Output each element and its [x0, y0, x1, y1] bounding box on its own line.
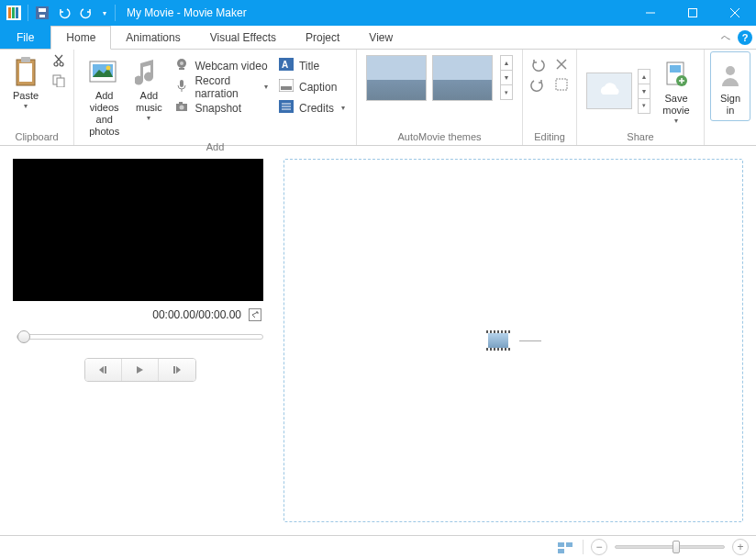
svg-rect-19 — [57, 78, 64, 87]
svg-rect-26 — [179, 68, 184, 70]
credits-button[interactable]: Credits▾ — [275, 97, 349, 118]
tab-animations[interactable]: Animations — [111, 26, 195, 49]
delete-icon[interactable] — [554, 57, 569, 72]
ribbon-tabs: File Home Animations Visual Effects Proj… — [0, 26, 756, 50]
add-music-button[interactable]: Add music ▾ — [128, 51, 169, 124]
separator — [583, 540, 584, 554]
fullscreen-icon[interactable] — [249, 308, 261, 321]
close-button[interactable] — [714, 0, 756, 26]
svg-rect-31 — [179, 102, 183, 104]
webcam-icon — [174, 57, 189, 74]
separator — [28, 5, 28, 21]
svg-marker-49 — [137, 366, 143, 374]
sign-in-button[interactable]: Sign in — [710, 51, 750, 121]
collapse-ribbon-icon[interactable]: へ — [721, 31, 730, 44]
svg-point-46 — [726, 66, 735, 75]
gallery-down-icon[interactable]: ▼ — [500, 70, 513, 85]
storyboard-placeholder — [486, 330, 541, 351]
save-icon[interactable] — [32, 3, 52, 23]
time-current: 00:00.00 — [152, 308, 195, 321]
app-logo-icon[interactable] — [4, 3, 24, 23]
zoom-slider[interactable] — [615, 545, 725, 549]
theme-thumb-2[interactable] — [432, 55, 493, 101]
share-down-icon[interactable]: ▼ — [638, 84, 650, 99]
zoom-thumb[interactable] — [673, 541, 680, 553]
redo-icon[interactable] — [76, 3, 96, 23]
storyboard-dropzone[interactable] — [284, 159, 743, 522]
save-movie-label: Save movie — [662, 93, 689, 117]
undo-icon[interactable] — [54, 3, 74, 23]
photo-icon — [88, 53, 121, 90]
maximize-button[interactable] — [672, 0, 714, 26]
group-label-clipboard: Clipboard — [6, 129, 68, 145]
svg-rect-52 — [558, 542, 564, 547]
title-bar: ▾ My Movie - Movie Maker — [0, 0, 756, 26]
window-controls — [629, 0, 756, 26]
preview-pane: 00:00.00/00:00.00 — [0, 146, 280, 535]
record-narration-button[interactable]: Record narration▾ — [171, 76, 272, 97]
person-icon — [718, 56, 742, 93]
gallery-up-icon[interactable]: ▲ — [500, 55, 513, 71]
gallery-more-icon[interactable]: ▾ — [500, 84, 513, 100]
caption-button[interactable]: Caption — [275, 76, 349, 97]
svg-marker-51 — [176, 366, 181, 374]
seek-thumb[interactable] — [17, 330, 30, 343]
music-note-icon — [135, 53, 162, 90]
snapshot-label: Snapshot — [195, 102, 241, 115]
svg-line-16 — [56, 55, 62, 62]
copy-icon[interactable] — [50, 72, 68, 90]
tab-project[interactable]: Project — [291, 26, 354, 49]
group-label-signin — [710, 129, 750, 145]
add-music-label: Add music — [136, 90, 162, 114]
camera-icon — [174, 99, 189, 117]
next-frame-button[interactable] — [159, 359, 195, 381]
paste-button[interactable]: Paste ▾ — [6, 51, 46, 112]
rotate-right-icon[interactable] — [530, 77, 545, 92]
svg-rect-1 — [8, 7, 11, 18]
seek-slider[interactable] — [17, 334, 263, 340]
filmstrip-icon — [486, 330, 510, 351]
microphone-icon — [174, 78, 189, 95]
thumbnails-view-icon[interactable] — [557, 540, 575, 554]
title-button[interactable]: ATitle — [275, 55, 349, 76]
video-preview[interactable] — [13, 159, 263, 301]
help-icon[interactable]: ? — [738, 30, 752, 45]
cut-icon[interactable] — [50, 51, 68, 70]
tab-file[interactable]: File — [0, 26, 50, 49]
group-label-share: Share — [583, 129, 698, 145]
svg-point-30 — [180, 106, 184, 110]
snapshot-button[interactable]: Snapshot — [171, 97, 272, 118]
rotate-left-icon[interactable] — [530, 57, 545, 72]
group-editing: Editing — [523, 50, 577, 145]
zoom-out-button[interactable]: − — [591, 539, 607, 555]
theme-thumb-1[interactable] — [366, 55, 427, 101]
credits-block-icon — [279, 100, 294, 116]
save-movie-button[interactable]: Save movie ▾ — [654, 54, 698, 127]
svg-rect-48 — [105, 366, 106, 374]
svg-rect-50 — [173, 366, 175, 374]
svg-point-25 — [180, 61, 183, 65]
minimize-button[interactable] — [629, 0, 672, 26]
prev-frame-button[interactable] — [85, 359, 122, 381]
select-all-icon[interactable] — [554, 77, 569, 92]
tab-view[interactable]: View — [354, 26, 407, 49]
gallery-scroller: ▲ ▼ ▾ — [500, 55, 513, 99]
svg-rect-44 — [670, 65, 681, 73]
title-label: Title — [299, 60, 319, 73]
svg-point-14 — [54, 62, 58, 66]
svg-point-23 — [106, 66, 110, 71]
share-gallery-scroller: ▲ ▼ ▾ — [638, 69, 650, 113]
share-up-icon[interactable]: ▲ — [638, 69, 650, 84]
timeline-pane — [280, 146, 756, 535]
play-button[interactable] — [122, 359, 159, 381]
time-display: 00:00.00/00:00.00 — [152, 308, 241, 321]
tab-home[interactable]: Home — [50, 26, 111, 50]
share-more-icon[interactable]: ▾ — [638, 98, 650, 114]
customize-qat-icon[interactable]: ▾ — [98, 3, 111, 23]
onedrive-share-icon[interactable] — [586, 73, 632, 109]
zoom-in-button[interactable]: + — [732, 539, 749, 555]
svg-rect-53 — [566, 542, 573, 547]
tab-visual-effects[interactable]: Visual Effects — [195, 26, 291, 49]
add-videos-photos-button[interactable]: Add videos and photos — [80, 51, 128, 140]
credits-label: Credits — [299, 102, 334, 115]
